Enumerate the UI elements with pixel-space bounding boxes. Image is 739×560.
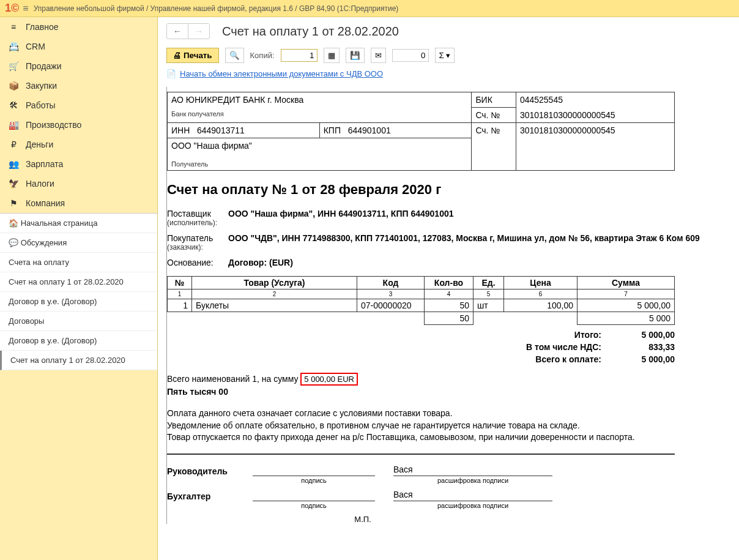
nav-main[interactable]: ≡Главное: [0, 17, 157, 37]
nav-company[interactable]: ⚑Компания: [0, 193, 157, 213]
sub-invoice-1[interactable]: Счет на оплату 1 от 28.02.2020: [0, 272, 157, 292]
col-qty: Кол-во: [425, 277, 473, 289]
accountant-role: Бухгалтер: [167, 491, 253, 501]
nav-label: Компания: [26, 198, 65, 208]
print-button[interactable]: 🖨Печать: [166, 48, 219, 63]
nav-label: Главное: [26, 22, 59, 32]
inn-label: ИНН: [171, 125, 190, 135]
bik-label: БИК: [475, 95, 492, 105]
nav-label: Налоги: [26, 179, 54, 189]
basis-label: Основание:: [167, 258, 228, 267]
menu-icon[interactable]: ≡: [23, 3, 28, 14]
nav-label: Работы: [26, 100, 56, 110]
preview-button[interactable]: 🔍: [225, 48, 244, 63]
col-sum: Сумма: [577, 277, 675, 289]
acc-value: 30101810300000000545: [520, 125, 615, 135]
table-row: 1 Буклеты 07-00000020 50 шт 100,00 5 000…: [168, 299, 675, 312]
stamp-label: М.П.: [167, 515, 559, 524]
copies-label: Копий:: [250, 51, 275, 60]
totals-block: Итого:5 000,00 В том числе НДС:833,33 Вс…: [167, 329, 675, 365]
document-title: Счет на оплату 1 от 28.02.2020: [222, 24, 399, 39]
supplier-sub: (исполнитель):: [167, 218, 228, 227]
summary-amount-highlighted: 5 000,00 EUR: [300, 373, 358, 386]
page-input[interactable]: [392, 49, 429, 62]
sub-label: Обсуждения: [21, 238, 67, 247]
copies-input[interactable]: [281, 49, 318, 62]
back-button[interactable]: ←: [167, 24, 188, 39]
nav-label: Производство: [26, 120, 81, 130]
summary-prefix: Всего наименований 1, на сумму: [167, 374, 300, 384]
sales-icon: 🛒: [7, 61, 20, 71]
col-unit: Ед.: [473, 277, 504, 289]
edo-link-row: 📄 Начать обмен электронными документами …: [166, 69, 730, 78]
buyer-label: Покупатель: [167, 233, 228, 243]
nav-production[interactable]: 🏭Производство: [0, 115, 157, 135]
payment-notice: Оплата данного счета означает согласие с…: [167, 408, 675, 444]
sub-contracts[interactable]: Договоры: [0, 312, 157, 331]
kpp-label: КПП: [324, 125, 341, 135]
col-code: Код: [357, 277, 425, 289]
save-button[interactable]: 💾: [346, 48, 365, 63]
supplier-value: ООО "Наша фирма", ИНН 6449013711, КПП 64…: [228, 209, 730, 227]
supplier-label: Поставщик: [167, 209, 228, 218]
signatures-block: Руководитель подпись Васярасшифровка под…: [167, 454, 675, 524]
document-preview: АО ЮНИКРЕДИТ БАНК г. Москва БИК 04452554…: [166, 87, 730, 524]
buyer-sub: (заказчик):: [167, 243, 228, 252]
director-role: Руководитель: [167, 466, 253, 476]
buyer-value: ООО "ЧДВ", ИНН 7714988300, КПП 771401001…: [228, 233, 730, 252]
nav-works[interactable]: 🛠Работы: [0, 95, 157, 115]
accountant-name: Васярасшифровка подписи: [393, 490, 552, 501]
print-label: Печать: [184, 51, 212, 60]
nav-money[interactable]: ₽Деньги: [0, 135, 157, 154]
forward-button[interactable]: →: [188, 24, 209, 39]
sub-list: 🏠 Начальная страница 💬 Обсуждения Счета …: [0, 213, 157, 370]
bank-recipient-label: Банк получателя: [171, 110, 467, 118]
money-icon: ₽: [7, 140, 20, 149]
bank-table: АО ЮНИКРЕДИТ БАНК г. Москва БИК 04452554…: [167, 92, 675, 171]
sub-discuss[interactable]: 💬 Обсуждения: [0, 233, 157, 253]
nav-salary[interactable]: 👥Зарплата: [0, 154, 157, 174]
works-icon: 🛠: [7, 100, 20, 110]
sigma-button[interactable]: Σ ▾: [435, 48, 455, 63]
sidebar: ≡Главное 📇CRM 🛒Продажи 📦Закупки 🛠Работы …: [0, 17, 158, 560]
sub-contract-ue-2[interactable]: Договор в у.е. (Договор): [0, 331, 157, 351]
crm-icon: 📇: [7, 42, 20, 51]
nav-label: Продажи: [26, 61, 61, 71]
col-num: №: [168, 277, 192, 289]
nav-purchases[interactable]: 📦Закупки: [0, 76, 157, 95]
table-footer: 50 5 000: [168, 312, 675, 325]
email-button[interactable]: ✉: [371, 48, 386, 63]
chat-icon: 💬: [9, 238, 21, 247]
sub-invoice-1-active[interactable]: Счет на оплату 1 от 28.02.2020: [0, 351, 157, 370]
printer-icon: 🖨: [173, 51, 181, 60]
home-icon: ≡: [7, 22, 20, 32]
logo-1c-icon: 1©: [5, 2, 19, 15]
basis-value: Договор: (EUR): [228, 258, 730, 267]
sub-label: Начальная страница: [21, 218, 98, 228]
nav-crm[interactable]: 📇CRM: [0, 37, 157, 56]
vat-label: В том числе НДС:: [491, 342, 601, 352]
taxes-icon: 🦅: [7, 179, 20, 189]
bik-value: 044525545: [520, 95, 563, 105]
bank-acc-label: Сч. №: [475, 110, 500, 120]
org-name: ООО "Наша фирма": [171, 141, 467, 151]
salary-icon: 👥: [7, 159, 20, 169]
edo-link[interactable]: Начать обмен электронными документами с …: [180, 69, 383, 78]
col-price: Цена: [504, 277, 577, 289]
director-name: Васярасшифровка подписи: [393, 465, 552, 476]
table-button[interactable]: ▦: [324, 48, 340, 63]
sub-contract-ue[interactable]: Договор в у.е. (Договор): [0, 292, 157, 312]
col-item: Товар (Услуга): [192, 277, 357, 289]
sub-home[interactable]: 🏠 Начальная страница: [0, 214, 157, 233]
sub-invoices[interactable]: Счета на оплату: [0, 253, 157, 272]
inn-value: 6449013711: [197, 125, 245, 135]
titlebar: 1© ≡ Управление небольшой фирмой / Управ…: [0, 0, 739, 17]
nav-label: Деньги: [26, 140, 53, 149]
kpp-value: 644901001: [348, 125, 391, 135]
itogo-value: 5 000,00: [614, 330, 675, 340]
nav-arrows: ← →: [166, 23, 210, 39]
production-icon: 🏭: [7, 120, 20, 130]
nav-sales[interactable]: 🛒Продажи: [0, 56, 157, 76]
acc-label: Сч. №: [475, 125, 500, 135]
nav-taxes[interactable]: 🦅Налоги: [0, 174, 157, 193]
